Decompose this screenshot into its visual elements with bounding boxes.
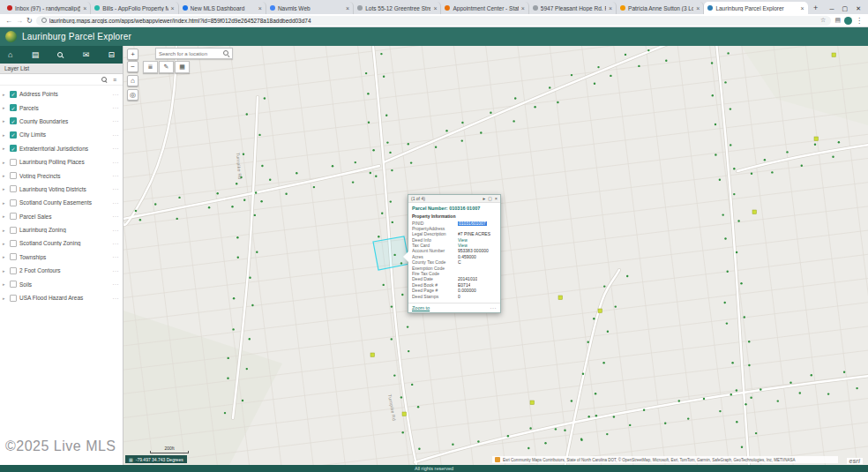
search-input[interactable] xyxy=(159,51,221,56)
layer-checkbox[interactable] xyxy=(10,227,17,234)
layer-expand-icon[interactable]: ▸ xyxy=(3,200,7,206)
layer-menu-icon[interactable]: ··· xyxy=(113,241,120,246)
maximize-icon[interactable]: ▢ xyxy=(842,5,849,12)
map-canvas[interactable]: Turnpike RdTurnpike Rd + − ⌂ ◎ ≣ ✎ ▦ (1 … xyxy=(123,46,868,465)
search-icon[interactable] xyxy=(57,52,64,58)
layer-menu-icon[interactable]: ··· xyxy=(113,268,120,273)
layer-menu-icon[interactable]: ··· xyxy=(113,132,120,138)
print-icon[interactable]: ⊟ xyxy=(108,51,115,59)
layer-menu-icon[interactable]: ··· xyxy=(113,105,120,110)
layer-expand-icon[interactable]: ▸ xyxy=(3,146,7,151)
browser-tab[interactable]: New MLS Dashboard× xyxy=(179,2,266,14)
layer-checkbox[interactable]: ✓ xyxy=(10,131,17,139)
layer-checkbox[interactable] xyxy=(10,240,17,247)
layer-menu-icon[interactable]: ··· xyxy=(113,228,120,233)
url-field[interactable]: laurinburg.maps.arcgis.com/apps/webappvi… xyxy=(36,16,832,26)
tab-close-icon[interactable]: × xyxy=(800,5,804,11)
draw-button[interactable]: ✎ xyxy=(159,61,174,73)
layer-menu-icon[interactable]: ··· xyxy=(113,200,120,206)
zoom-out-button[interactable]: − xyxy=(127,61,138,72)
profile-avatar[interactable] xyxy=(844,17,852,25)
minimize-icon[interactable]: ─ xyxy=(830,6,834,12)
layer-expand-icon[interactable]: ▸ xyxy=(3,214,7,219)
basemap-gallery-button[interactable]: ▦ xyxy=(175,61,190,73)
browser-menu-icon[interactable]: ⋮ xyxy=(856,17,863,25)
layer-menu-icon[interactable]: ··· xyxy=(113,281,120,287)
home-extent-button[interactable]: ⌂ xyxy=(127,75,138,86)
layer-checkbox[interactable] xyxy=(10,281,17,288)
layer-search-icon[interactable] xyxy=(101,77,108,83)
browser-tab[interactable]: Patricia Anne Sutton (3 Lots av...× xyxy=(617,2,704,14)
layer-menu-icon[interactable]: ··· xyxy=(113,118,120,124)
layer-expand-icon[interactable]: ▸ xyxy=(3,173,7,178)
layer-checkbox[interactable] xyxy=(10,199,17,206)
layer-checkbox[interactable]: ✓ xyxy=(10,145,17,152)
tab-close-icon[interactable]: × xyxy=(696,5,700,11)
layer-expand-icon[interactable]: ▸ xyxy=(3,296,7,301)
back-icon[interactable]: ← xyxy=(5,17,12,25)
layer-expand-icon[interactable]: ▸ xyxy=(3,281,7,287)
close-icon[interactable]: ✕ xyxy=(856,5,861,12)
layer-menu-icon[interactable]: ··· xyxy=(113,186,120,191)
browser-tab[interactable]: Appointment Center - Staff -...× xyxy=(441,2,528,14)
layer-menu-icon[interactable]: ··· xyxy=(113,92,120,97)
layer-expand-icon[interactable]: ▸ xyxy=(3,186,7,191)
layer-checkbox[interactable] xyxy=(10,267,17,274)
popup-close-icon[interactable]: × xyxy=(495,196,498,201)
field-link[interactable]: View xyxy=(458,238,468,243)
layer-expand-icon[interactable]: ▸ xyxy=(3,254,7,259)
layer-checkbox[interactable] xyxy=(10,159,17,166)
site-info-icon[interactable] xyxy=(41,18,47,23)
layer-menu-icon[interactable]: ··· xyxy=(113,214,120,219)
layer-menu-icon[interactable]: ··· xyxy=(113,146,120,151)
my-location-button[interactable]: ◎ xyxy=(127,89,138,101)
zoom-to-link[interactable]: Zoom to xyxy=(412,305,430,311)
popup-maximize-icon[interactable]: ◻ xyxy=(488,196,492,201)
tab-close-icon[interactable]: × xyxy=(433,5,437,11)
layer-menu-icon[interactable]: ··· xyxy=(113,160,120,165)
layer-expand-icon[interactable]: ▸ xyxy=(3,92,7,97)
forward-icon[interactable]: → xyxy=(16,17,23,25)
layer-checkbox[interactable]: ✓ xyxy=(10,91,17,98)
contact-icon[interactable]: ✉ xyxy=(83,51,90,59)
popup-next-icon[interactable]: ▸ xyxy=(483,196,485,201)
browser-tab[interactable]: 5947 Pleasant Hope Rd. Fairmo...× xyxy=(529,2,617,14)
zoom-in-button[interactable]: + xyxy=(127,49,138,60)
legend-button[interactable]: ≣ xyxy=(143,61,158,73)
layer-expand-icon[interactable]: ▸ xyxy=(3,268,7,273)
layer-checkbox[interactable] xyxy=(10,172,17,179)
tab-close-icon[interactable]: × xyxy=(521,5,525,11)
tab-close-icon[interactable]: × xyxy=(258,5,262,11)
search-icon[interactable] xyxy=(223,50,229,56)
layer-expand-icon[interactable]: ▸ xyxy=(3,228,7,233)
coordinate-grid-icon[interactable]: ▦ xyxy=(129,457,133,462)
tab-close-icon[interactable]: × xyxy=(346,5,349,11)
tab-close-icon[interactable]: × xyxy=(83,5,86,11)
bookmark-star-icon[interactable]: ☆ xyxy=(820,17,826,24)
alert-marker-icon[interactable] xyxy=(495,457,500,462)
layer-menu-icon[interactable]: ··· xyxy=(113,254,120,259)
browser-tab[interactable]: Lots 55-12 Greentree Street - S...× xyxy=(354,2,441,14)
layer-checkbox[interactable] xyxy=(10,253,17,260)
browser-tab[interactable]: Laurinburg Parcel Explorer× xyxy=(704,2,807,14)
browser-tab[interactable]: Bills - AppFolio Property Man...× xyxy=(91,2,178,14)
layer-expand-icon[interactable]: ▸ xyxy=(3,160,7,165)
layer-checkbox[interactable] xyxy=(10,213,17,220)
home-icon[interactable]: ⌂ xyxy=(8,51,12,59)
layer-expand-icon[interactable]: ▸ xyxy=(3,132,7,138)
tab-close-icon[interactable]: × xyxy=(609,5,612,11)
layer-checkbox[interactable]: ✓ xyxy=(10,104,17,111)
layer-expand-icon[interactable]: ▸ xyxy=(3,118,7,124)
layer-menu-icon[interactable]: ··· xyxy=(113,173,120,178)
layer-expand-icon[interactable]: ▸ xyxy=(3,241,7,246)
layer-checkbox[interactable] xyxy=(10,295,17,302)
browser-tab[interactable]: Inbox (97) - randymcalip@g...× xyxy=(4,2,91,14)
layer-checkbox[interactable]: ✓ xyxy=(10,117,17,124)
new-tab-button[interactable]: + xyxy=(811,3,821,13)
popup-menu-icon[interactable]: ··· xyxy=(490,305,498,311)
field-link[interactable]: View xyxy=(458,243,468,248)
bookmarks-icon[interactable]: ▤ xyxy=(834,17,841,24)
basemap-icon[interactable]: ▤ xyxy=(32,51,40,59)
refresh-icon[interactable]: ↻ xyxy=(26,17,33,25)
layer-checkbox[interactable] xyxy=(10,185,17,192)
